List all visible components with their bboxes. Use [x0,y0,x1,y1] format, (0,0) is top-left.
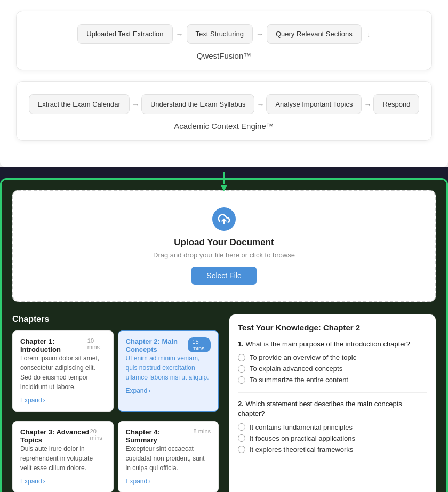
pipeline-1-card: Uploaded Text Extraction → Text Structur… [16,11,432,70]
step-analyse-important-topics[interactable]: Analyse Important Topics [266,94,362,114]
chapter-3-title: Chapter 3: Advanced Topics [20,428,90,444]
pipeline-2-title: Academic Context Engine™ [27,122,421,131]
question-2-option-1[interactable]: It contains fundamental principles [238,423,427,431]
chapter-2-expand[interactable]: Expand › [126,387,151,394]
pipeline-2-card: Extract the Exam Calendar → Understand t… [16,81,432,141]
chapter-1-header: Chapter 1: Introduction 10 mins [20,337,106,353]
chapter-2-text: Ut enim ad minim veniam, quis nostrud ex… [126,353,211,382]
upload-icon [212,207,236,231]
chapter-4-mins: 8 mins [194,428,211,434]
chapter-3-text: Duis aute irure dolor in reprehenderit i… [20,444,106,473]
chapter-card-4[interactable]: Chapter 4: Summary 8 mins Excepteur sint… [118,421,219,492]
arrow-down-1: ↓ [367,30,371,38]
step-query-relevant-sections[interactable]: Query Relevant Sections [267,24,362,44]
question-2-option-3[interactable]: It explores theoretical frameworks [238,446,427,454]
chapter-card-1[interactable]: Chapter 1: Introduction 10 mins Lorem ip… [12,330,114,412]
pipeline-1-steps: Uploaded Text Extraction → Text Structur… [27,24,421,44]
arrow-4: → [257,100,264,109]
question-2-text: 2. Which statement best describes the ma… [238,399,427,418]
chapter-card-3[interactable]: Chapter 3: Advanced Topics 20 mins Duis … [12,421,114,492]
step-understand-exam-syllabus[interactable]: Understand the Exam Syllabus [141,94,254,114]
content-grid: Chapters Chapter 1: Introduction 10 mins… [12,314,436,492]
bottom-section: Upload Your Document Drag and drop your … [0,178,448,492]
chapter-1-expand[interactable]: Expand › [20,397,45,404]
step-text-structuring[interactable]: Text Structuring [187,24,253,44]
radio-1-3[interactable] [238,376,245,384]
question-2-option-2[interactable]: It focuses on practical applications [238,434,427,442]
question-1-text: 1. What is the main purpose of the intro… [238,340,427,349]
chapter-4-text: Excepteur sint occaecat cupidatat non pr… [126,444,211,473]
chapter-3-expand[interactable]: Expand › [20,478,45,485]
radio-1-2[interactable] [238,365,245,373]
radio-2-1[interactable] [238,423,245,431]
radio-2-2[interactable] [238,434,245,442]
chapters-section: Chapters Chapter 1: Introduction 10 mins… [12,314,219,492]
chapter-1-text: Lorem ipsum dolor sit amet, consectetur … [20,353,106,392]
question-2: 2. Which statement best describes the ma… [238,399,427,453]
arrow-2: → [256,30,263,38]
arrow-5: → [364,100,371,109]
chapters-grid: Chapter 1: Introduction 10 mins Lorem ip… [12,330,219,492]
step-respond[interactable]: Respond [373,94,419,114]
chapter-2-header: Chapter 2: Main Concepts 15 mins [126,337,211,353]
chapter-1-title: Chapter 1: Introduction [20,337,87,353]
chapter-2-badge: 15 mins [188,337,211,352]
select-file-button[interactable]: Select File [191,267,256,285]
chapter-4-title: Chapter 4: Summary [126,428,194,444]
arrow-1: → [176,30,183,38]
question-1-option-2[interactable]: To explain advanced concepts [238,365,427,373]
question-1-option-3[interactable]: To summarize the entire content [238,376,427,384]
question-1: 1. What is the main purpose of the intro… [238,340,427,384]
quiz-divider [238,392,427,393]
connector-arrow-down: ▼ [219,182,229,193]
pipeline-1-title: QwestFusion™ [27,51,421,60]
chapter-2-title: Chapter 2: Main Concepts [126,337,185,353]
quiz-title: Test Your Knowledge: Chapter 2 [238,323,427,332]
quiz-section: Test Your Knowledge: Chapter 2 1. What i… [229,314,436,492]
chapter-1-mins: 10 mins [87,337,106,350]
step-uploaded-text-extraction[interactable]: Uploaded Text Extraction [77,24,172,44]
radio-1-1[interactable] [238,354,245,361]
chapter-3-header: Chapter 3: Advanced Topics 20 mins [20,428,106,444]
arrow-3: → [132,100,139,109]
connector-line: ▼ [219,172,229,193]
upload-title: Upload Your Document [24,237,424,248]
pipeline-2-steps: Extract the Exam Calendar → Understand t… [27,94,421,114]
radio-2-3[interactable] [238,446,245,453]
chapter-card-2[interactable]: Chapter 2: Main Concepts 15 mins Ut enim… [118,330,219,412]
question-1-option-1[interactable]: To provide an overview of the topic [238,353,427,361]
chapters-section-title: Chapters [12,314,219,324]
step-extract-exam-calendar[interactable]: Extract the Exam Calendar [29,94,130,114]
chapter-3-mins: 20 mins [90,428,106,441]
chapter-4-header: Chapter 4: Summary 8 mins [126,428,211,444]
upload-subtitle: Drag and drop your file here or click to… [24,251,424,259]
black-bar: ▼ [0,167,448,178]
upload-area[interactable]: Upload Your Document Drag and drop your … [12,190,436,302]
chapter-4-expand[interactable]: Expand › [126,478,151,485]
